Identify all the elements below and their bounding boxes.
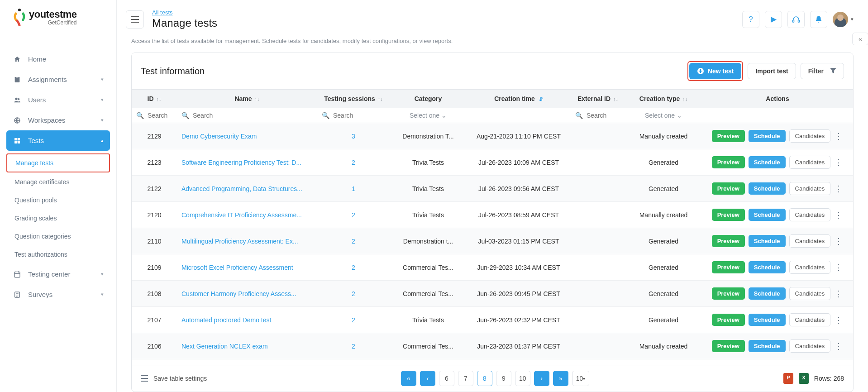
row-menu-button[interactable]: ⋮ [834, 210, 843, 220]
candidates-button[interactable]: Candidates [789, 156, 831, 169]
candidates-button[interactable]: Candidates [789, 234, 831, 248]
user-menu[interactable]: ▾ [833, 12, 854, 27]
filter-sessions-input[interactable] [333, 112, 385, 119]
filter-external-id-input[interactable] [587, 112, 620, 119]
subnav-item-grading-scales[interactable]: Grading scales [6, 210, 110, 227]
pager-last-button[interactable]: » [553, 371, 568, 386]
subnav-item-question-categories[interactable]: Question categories [6, 228, 110, 245]
test-name-link[interactable]: Comprehensive IT Proficiency Assessme... [181, 211, 308, 219]
preview-button[interactable]: Preview [712, 182, 745, 195]
sidebar-item-testing-center[interactable]: Testing center▾ [6, 264, 110, 284]
col-header-external-id[interactable]: External ID↑↓ [571, 90, 625, 108]
sessions-link[interactable]: 2 [352, 343, 355, 350]
test-name-link[interactable]: Advanced Programming, Data Structures... [181, 185, 308, 192]
schedule-button[interactable]: Schedule [749, 209, 786, 221]
schedule-button[interactable]: Schedule [749, 156, 786, 168]
schedule-button[interactable]: Schedule [749, 287, 786, 300]
row-menu-button[interactable]: ⋮ [834, 315, 843, 325]
table-settings-icon[interactable] [141, 375, 148, 382]
pager-page-6[interactable]: 6 [439, 371, 454, 386]
help-button[interactable]: ? [742, 11, 759, 28]
candidates-button[interactable]: Candidates [789, 208, 831, 221]
sidebar-item-assignments[interactable]: Assignments▾ [6, 69, 110, 90]
sidebar-item-users[interactable]: Users▾ [6, 90, 110, 110]
candidates-button[interactable]: Candidates [789, 287, 831, 300]
pager-page-9[interactable]: 9 [496, 371, 511, 386]
col-header-creation-type[interactable]: Creation type↑↓ [625, 90, 702, 108]
import-test-button[interactable]: Import test [748, 63, 796, 79]
sessions-link[interactable]: 2 [352, 316, 355, 324]
test-name-link[interactable]: Software Engineering Proficiency Test: D… [181, 159, 308, 166]
sessions-link[interactable]: 1 [352, 185, 355, 192]
row-menu-button[interactable]: ⋮ [834, 289, 843, 299]
preview-button[interactable]: Preview [712, 156, 745, 168]
sessions-link[interactable]: 3 [352, 133, 355, 140]
collapse-sidebar-button[interactable]: « [852, 33, 868, 45]
export-powerpoint-icon[interactable] [783, 373, 793, 384]
preview-button[interactable]: Preview [712, 340, 745, 352]
col-header-sessions[interactable]: Testing sessions↑↓ [317, 90, 390, 108]
pager-prev-button[interactable]: ‹ [420, 371, 435, 386]
preview-button[interactable]: Preview [712, 235, 745, 247]
save-table-settings-link[interactable]: Save table settings [153, 375, 207, 382]
candidates-button[interactable]: Candidates [789, 261, 831, 274]
schedule-button[interactable]: Schedule [749, 182, 786, 195]
sessions-link[interactable]: 2 [352, 290, 355, 297]
row-menu-button[interactable]: ⋮ [834, 341, 843, 351]
col-header-category[interactable]: Category [390, 90, 467, 108]
row-menu-button[interactable]: ⋮ [834, 131, 843, 141]
schedule-button[interactable]: Schedule [749, 235, 786, 247]
sidebar-item-home[interactable]: Home [6, 49, 110, 69]
schedule-button[interactable]: Schedule [749, 261, 786, 273]
preview-button[interactable]: Preview [712, 130, 745, 142]
pager-next-button[interactable]: › [534, 371, 549, 386]
pager-page-10[interactable]: 10 [515, 371, 530, 386]
test-name-link[interactable]: Customer Harmony Proficiency Assess... [181, 290, 308, 297]
test-name-link[interactable]: Demo Cybersecurity Exam [181, 133, 308, 140]
filter-id-input[interactable] [148, 112, 172, 119]
candidates-button[interactable]: Candidates [789, 313, 831, 326]
sidebar-item-tests[interactable]: Tests▴ [6, 130, 110, 151]
filter-category-select[interactable]: Select one ⌄ [390, 108, 467, 123]
export-excel-icon[interactable] [799, 373, 809, 384]
candidates-button[interactable]: Candidates [789, 129, 831, 143]
schedule-button[interactable]: Schedule [749, 314, 786, 326]
support-button[interactable] [787, 11, 805, 28]
pager-page-8[interactable]: 8 [477, 371, 492, 386]
preview-button[interactable]: Preview [712, 261, 745, 273]
col-header-name[interactable]: Name↑↓ [177, 90, 317, 108]
sidebar-item-workspaces[interactable]: Workspaces▾ [6, 110, 110, 130]
row-menu-button[interactable]: ⋮ [834, 184, 843, 194]
sessions-link[interactable]: 2 [352, 238, 355, 245]
subnav-item-test-authorizations[interactable]: Test authorizations [6, 246, 110, 263]
new-test-button[interactable]: New test [689, 63, 742, 79]
filter-button[interactable]: Filter [801, 63, 844, 79]
col-header-id[interactable]: ID↑↓ [132, 90, 177, 108]
candidates-button[interactable]: Candidates [789, 182, 831, 195]
subnav-item-question-pools[interactable]: Question pools [6, 191, 110, 209]
sidebar-item-surveys[interactable]: Surveys▾ [6, 284, 110, 305]
sessions-link[interactable]: 2 [352, 159, 355, 166]
candidates-button[interactable]: Candidates [789, 339, 831, 353]
preview-button[interactable]: Preview [712, 314, 745, 326]
test-name-link[interactable]: Automated proctored Demo test [181, 316, 308, 324]
row-menu-button[interactable]: ⋮ [834, 158, 843, 167]
subnav-item-manage-tests[interactable]: Manage tests [6, 153, 110, 172]
filter-creation-type-select[interactable]: Select one ⌄ [625, 108, 702, 123]
row-menu-button[interactable]: ⋮ [834, 263, 843, 272]
pager-first-button[interactable]: « [401, 371, 416, 386]
test-name-link[interactable]: Microsoft Excel Proficiency Assessment [181, 264, 308, 271]
schedule-button[interactable]: Schedule [749, 130, 786, 142]
schedule-button[interactable]: Schedule [749, 340, 786, 352]
row-menu-button[interactable]: ⋮ [834, 236, 843, 246]
sessions-link[interactable]: 2 [352, 211, 355, 219]
col-header-creation-time[interactable]: Creation time ⇵ [467, 90, 571, 108]
notifications-button[interactable] [810, 11, 827, 28]
sessions-link[interactable]: 2 [352, 264, 355, 271]
preview-button[interactable]: Preview [712, 287, 745, 300]
preview-button[interactable]: Preview [712, 209, 745, 221]
play-button[interactable]: ▶ [765, 11, 782, 28]
subnav-item-manage-certificates[interactable]: Manage certificates [6, 173, 110, 191]
breadcrumb-link[interactable]: All tests [152, 9, 217, 16]
filter-name-input[interactable] [193, 112, 313, 119]
